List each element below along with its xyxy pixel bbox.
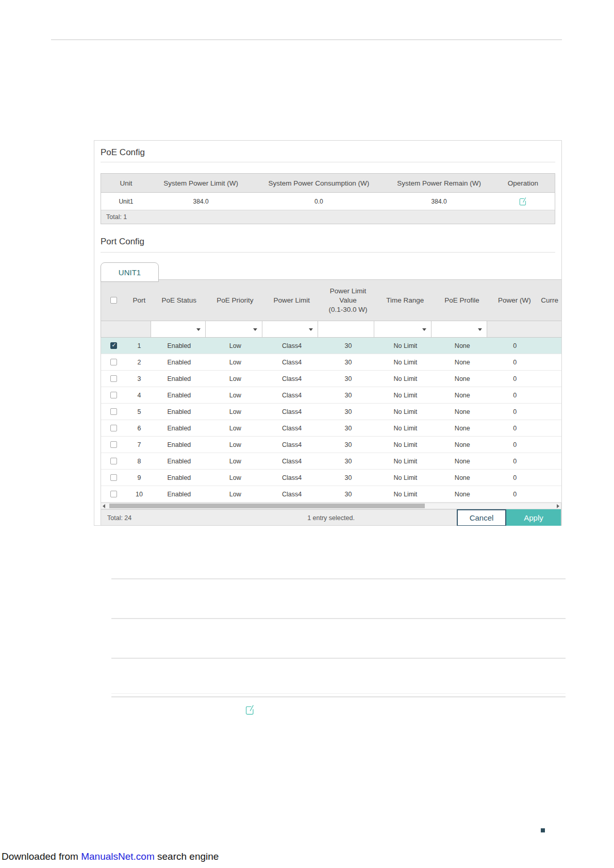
system-power-total: Total: 1 xyxy=(101,210,555,224)
unit-edit-button[interactable] xyxy=(491,197,555,206)
cell-time-range: No Limit xyxy=(376,342,434,349)
doc-rule xyxy=(111,578,566,579)
col-port: Port xyxy=(127,296,152,304)
tab-unit1[interactable]: UNIT1 xyxy=(101,262,159,282)
row-checkbox[interactable] xyxy=(110,359,117,365)
power-limit-value-cell xyxy=(318,321,374,338)
col-power-w: Power (W) xyxy=(490,296,539,304)
row-checkbox[interactable] xyxy=(110,408,117,415)
port-table-header: Port PoE Status PoE Priority Power Limit… xyxy=(101,279,561,321)
cell-port: 5 xyxy=(127,408,152,415)
poe-priority-filter[interactable] xyxy=(205,321,262,338)
cell-power-limit: Class4 xyxy=(264,375,320,382)
row-checkbox[interactable] xyxy=(110,392,117,398)
cell-poe-status: Enabled xyxy=(152,408,207,415)
row-checkbox[interactable] xyxy=(110,441,117,448)
cell-power-limit-value: 30 xyxy=(320,408,377,415)
row-checkbox[interactable] xyxy=(110,474,117,481)
poe-config-panel: PoE Config Unit System Power Limit (W) S… xyxy=(94,140,562,526)
chevron-down-icon xyxy=(309,328,313,331)
cell-poe-status: Enabled xyxy=(152,441,207,448)
cell-poe-status: Enabled xyxy=(152,392,207,399)
poe-profile-filter[interactable] xyxy=(431,321,487,338)
poe-config-title-rule xyxy=(101,162,555,162)
cell-power-remain: 384.0 xyxy=(387,198,491,205)
port-table-footer: Total: 24 1 entry selected. Cancel Apply xyxy=(101,509,561,526)
table-row: 8 Enabled Low Class4 30 No Limit None 0 xyxy=(101,453,561,470)
col-system-power-remain: System Power Remain (W) xyxy=(387,179,491,187)
cell-time-range: No Limit xyxy=(376,408,434,415)
port-config-title-rule xyxy=(101,252,555,253)
scroll-right-icon[interactable] xyxy=(557,504,559,508)
time-range-filter[interactable] xyxy=(374,321,432,338)
page-top-rule xyxy=(51,39,562,40)
horizontal-scrollbar[interactable] xyxy=(101,503,561,509)
download-watermark: Downloaded from ManualsNet.com search en… xyxy=(2,851,219,862)
col-poe-priority: PoE Priority xyxy=(207,296,264,304)
apply-button[interactable]: Apply xyxy=(506,509,561,526)
cell-poe-profile: None xyxy=(434,408,490,415)
col-unit: Unit xyxy=(101,179,151,187)
cell-port: 7 xyxy=(127,441,152,448)
cell-poe-priority: Low xyxy=(207,425,264,432)
cell-power-limit: Class4 xyxy=(264,491,320,498)
cell-power-w: 0 xyxy=(490,359,539,366)
cell-power-limit: Class4 xyxy=(264,458,320,465)
cancel-button[interactable]: Cancel xyxy=(457,509,506,526)
poe-config-title: PoE Config xyxy=(101,147,145,158)
edit-icon xyxy=(519,197,527,206)
cell-poe-priority: Low xyxy=(207,342,264,349)
cell-port: 8 xyxy=(127,458,152,465)
cell-poe-status: Enabled xyxy=(152,359,207,366)
filter-row xyxy=(101,321,561,338)
cell-power-limit-value: 30 xyxy=(320,375,377,382)
col-time-range: Time Range xyxy=(376,296,434,304)
cell-poe-status: Enabled xyxy=(152,342,207,349)
cell-poe-priority: Low xyxy=(207,359,264,366)
power-limit-filter[interactable] xyxy=(262,321,318,338)
cell-poe-profile: None xyxy=(434,342,490,349)
row-checkbox[interactable] xyxy=(110,425,117,431)
table-row: 10 Enabled Low Class4 30 No Limit None 0 xyxy=(101,486,561,503)
cell-power-limit: Class4 xyxy=(264,342,320,349)
power-limit-value-input[interactable] xyxy=(318,321,374,337)
cell-port: 10 xyxy=(127,491,152,498)
doc-rule xyxy=(111,693,566,694)
table-row: 3 Enabled Low Class4 30 No Limit None 0 xyxy=(101,371,561,387)
cell-time-range: No Limit xyxy=(376,392,434,399)
manualsnet-link[interactable]: ManualsNet.com xyxy=(81,851,155,862)
cell-port: 6 xyxy=(127,425,152,432)
row-checkbox[interactable] xyxy=(110,458,117,464)
table-row: 2 Enabled Low Class4 30 No Limit None 0 xyxy=(101,354,561,371)
cell-poe-priority: Low xyxy=(207,408,264,415)
doc-rule xyxy=(111,658,566,659)
cell-poe-status: Enabled xyxy=(152,491,207,498)
cell-time-range: No Limit xyxy=(376,359,434,366)
cell-power-w: 0 xyxy=(490,425,539,432)
select-all-checkbox[interactable] xyxy=(110,297,117,304)
system-power-table: Unit System Power Limit (W) System Power… xyxy=(101,173,555,224)
row-checkbox[interactable] xyxy=(110,342,117,349)
chevron-down-icon xyxy=(478,328,482,331)
cell-power-w: 0 xyxy=(490,491,539,498)
col-system-power-consumption: System Power Consumption (W) xyxy=(251,179,387,187)
row-checkbox[interactable] xyxy=(110,491,117,497)
filter-port-blank xyxy=(101,321,151,338)
cell-power-w: 0 xyxy=(490,342,539,349)
row-checkbox[interactable] xyxy=(110,375,117,382)
unit-row: Unit1 384.0 0.0 384.0 xyxy=(101,193,555,210)
edit-icon xyxy=(245,704,255,716)
scroll-left-icon[interactable] xyxy=(103,504,105,508)
cell-power-consumption: 0.0 xyxy=(251,198,387,205)
cell-power-limit-value: 30 xyxy=(320,474,377,481)
hscrollbar-thumb[interactable] xyxy=(109,504,425,508)
poe-status-filter[interactable] xyxy=(151,321,206,338)
cell-poe-status: Enabled xyxy=(152,375,207,382)
col-current: Curre xyxy=(539,296,561,304)
cell-power-limit-value: 30 xyxy=(320,359,377,366)
cell-power-limit: Class4 xyxy=(264,408,320,415)
cell-power-limit-value: 30 xyxy=(320,342,377,349)
cell-port: 4 xyxy=(127,392,152,399)
cell-power-w: 0 xyxy=(490,441,539,448)
cell-port: 2 xyxy=(127,359,152,366)
